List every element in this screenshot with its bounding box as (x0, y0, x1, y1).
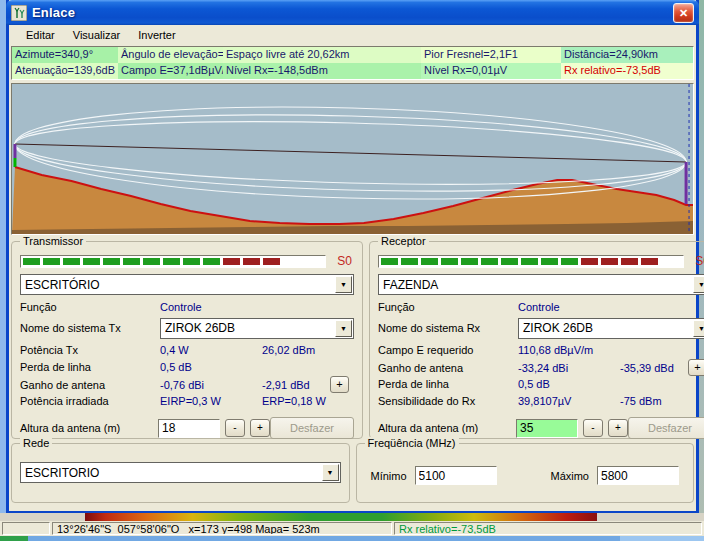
title-bar[interactable]: Enlace ✕ (6, 0, 699, 25)
tx-system-value: ZIROK 26DB (165, 321, 235, 335)
signal-dash-green (381, 258, 398, 265)
terrain-profile-chart[interactable] (11, 83, 694, 235)
tx-antenna-height-input[interactable] (158, 419, 220, 438)
tx-site-select[interactable]: ESCRITÓRIO ▼ (20, 274, 354, 295)
tx-site-dropdown-icon[interactable]: ▼ (335, 276, 352, 293)
signal-dash-red (263, 258, 280, 265)
rx-system-value: ZIROK 26DB (523, 321, 593, 335)
tx-signal-strength-bar (20, 255, 326, 268)
e-field-value: Campo E=37,1dBµV/m (118, 63, 223, 79)
network-value: ESCRITORIO (25, 466, 99, 480)
tx-power-watts: 0,4 W (160, 344, 262, 356)
rx-antenna-height-input[interactable] (516, 419, 578, 438)
network-panel: Rede ESCRITORIO ▼ (11, 443, 350, 503)
tx-system-label: Nome do sistema Tx (20, 322, 160, 334)
network-select[interactable]: ESCRITORIO ▼ (20, 462, 341, 483)
rx-site-dropdown-icon[interactable]: ▼ (693, 276, 704, 293)
signal-scale-strip (0, 513, 704, 521)
azimuth-value: Azimute=340,9° (12, 47, 118, 63)
rx-undo-button[interactable]: Desfazer (628, 417, 704, 439)
tx-role-value: Controle (160, 301, 262, 313)
signal-dash-green (63, 258, 80, 265)
tx-antenna-gain-label: Ganho de antena (20, 379, 160, 391)
rx-relative-value: Rx relativo=-73,5dB (561, 63, 693, 79)
tx-antenna-height-label: Altura da antena (m) (20, 422, 158, 434)
freq-max-label: Máximo (550, 470, 589, 482)
rx-antenna-height-label: Altura da antena (m) (378, 422, 516, 434)
tx-line-loss-label: Perda de linha (20, 361, 160, 373)
tx-power-dbm: 26,02 dBm (262, 344, 330, 356)
menu-item-visualizar[interactable]: Visualizar (64, 27, 130, 43)
rx-sensitivity-dbm: -75 dBm (620, 395, 688, 407)
rx-sensitivity-label: Sensibilidade do Rx (378, 395, 518, 407)
free-space-value: Espaço livre até 20,62km (223, 47, 421, 63)
signal-dash-green (23, 258, 40, 265)
receiver-panel: Receptor S0 FAZENDA ▼ Função Controle No… (369, 241, 704, 439)
tx-eirp-value: EIRP=0,3 W (160, 395, 262, 407)
tx-antenna-gain-dbd: -2,91 dBd (262, 379, 330, 391)
tx-antenna-gain-plus-button[interactable]: + (330, 376, 349, 393)
signal-dash-red (601, 258, 618, 265)
signal-dash-green (183, 258, 200, 265)
freq-min-input[interactable] (415, 466, 497, 485)
tx-undo-button[interactable]: Desfazer (270, 417, 354, 439)
rx-signal-strength-bar (378, 255, 684, 268)
tx-height-minus-button[interactable]: - (225, 419, 245, 437)
rx-signal-unit-label: S0 (695, 254, 704, 268)
signal-dash-green (401, 258, 418, 265)
rx-system-select[interactable]: ZIROK 26DB ▼ (518, 318, 704, 339)
tx-system-select[interactable]: ZIROK 26DB ▼ (160, 318, 354, 339)
tx-height-plus-button[interactable]: + (250, 419, 270, 437)
tx-radiated-power-label: Potência irradiada (20, 395, 160, 407)
rx-antenna-gain-dbi: -33,24 dBi (518, 362, 620, 374)
tx-erp-value: ERP=0,18 W (262, 395, 330, 407)
rx-role-value: Controle (518, 301, 620, 313)
distance-value: Distância=24,90km (561, 47, 693, 63)
signal-dash-green (143, 258, 160, 265)
app-icon (11, 5, 27, 21)
rx-system-dropdown-icon[interactable]: ▼ (693, 320, 704, 337)
taskbar-strip (0, 536, 704, 541)
status-empty-segment (2, 522, 50, 535)
signal-dash-red (641, 258, 658, 265)
signal-dash-green (481, 258, 498, 265)
menu-item-editar[interactable]: Editar (17, 27, 64, 43)
start-button-edge[interactable] (0, 536, 28, 541)
rx-role-label: Função (378, 301, 518, 313)
tx-system-dropdown-icon[interactable]: ▼ (335, 320, 352, 337)
rx-height-minus-button[interactable]: - (583, 419, 603, 437)
rx-height-plus-button[interactable]: + (608, 419, 628, 437)
elevation-angle-value: Ângulo de elevação=-0,086° (118, 47, 223, 63)
rx-level-uv-value: Nível Rx=0,01µV (421, 63, 561, 79)
menu-item-inverter[interactable]: Inverter (129, 27, 184, 43)
signal-dash-red (223, 258, 240, 265)
rx-site-select[interactable]: FAZENDA ▼ (378, 274, 704, 295)
frequency-panel-title: Freqüência (MHz) (365, 437, 459, 449)
rx-site-value: FAZENDA (383, 278, 438, 292)
signal-dash-green (163, 258, 180, 265)
rx-antenna-gain-label: Ganho de antena (378, 362, 518, 374)
signal-dash-green (441, 258, 458, 265)
rx-line-loss-label: Perda de linha (378, 378, 518, 390)
transmitter-panel: Transmissor S0 ESCRITÓRIO ▼ Função Contr… (11, 241, 363, 439)
rx-line-loss-value: 0,5 dB (518, 378, 620, 390)
signal-dash-green (43, 258, 60, 265)
menu-bar: Editar Visualizar Inverter (9, 25, 696, 45)
freq-max-input[interactable] (597, 466, 679, 485)
close-button[interactable]: ✕ (673, 3, 694, 23)
signal-dash-green (461, 258, 478, 265)
worst-fresnel-value: Pior Fresnel=2,1F1 (421, 47, 561, 63)
tx-signal-row: S0 (20, 253, 354, 269)
rx-antenna-gain-plus-button[interactable]: + (688, 359, 704, 376)
network-dropdown-icon[interactable]: ▼ (322, 464, 339, 481)
enlace-window: Enlace ✕ Editar Visualizar Inverter Azim… (6, 0, 699, 514)
summary-row-1: Azimute=340,9° Ângulo de elevação=-0,086… (12, 47, 693, 63)
rx-system-label: Nome do sistema Rx (378, 322, 518, 334)
rx-required-field-value: 110,68 dBµV/m (518, 344, 688, 356)
receiver-panel-title: Receptor (378, 235, 429, 247)
window-title: Enlace (32, 5, 75, 20)
tx-antenna-gain-dbi: -0,76 dBi (160, 379, 262, 391)
tx-power-label: Potência Tx (20, 344, 160, 356)
attenuation-value: Atenuação=139,6dB (12, 63, 118, 79)
status-bar: 13°26'46"S 057°58'06"O x=173 y=498 Mapa=… (0, 521, 704, 536)
